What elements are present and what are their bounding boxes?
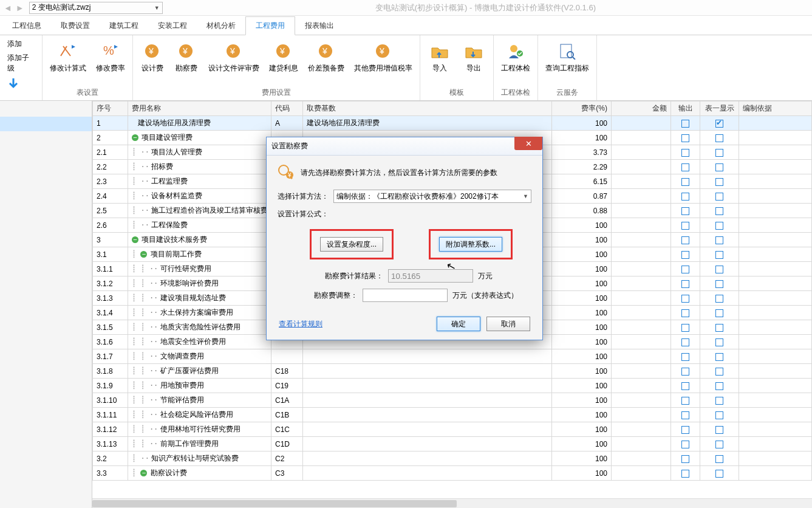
cancel-button[interactable]: 取消 [486, 317, 530, 331]
show-checkbox[interactable] [715, 441, 723, 448]
show-checkbox[interactable] [715, 470, 723, 478]
edit-formula-button[interactable]: 修改计算式 [47, 38, 89, 76]
tab-3[interactable]: 安装工程 [148, 17, 197, 35]
output-checkbox[interactable] [681, 163, 689, 171]
col-header[interactable]: 序号 [93, 101, 128, 116]
fee-btn-3[interactable]: ¥建贷利息 [267, 38, 301, 76]
tab-0[interactable]: 工程信息 [2, 17, 51, 35]
import-button[interactable]: 导入 [425, 38, 454, 76]
close-button[interactable]: ✕ [514, 137, 542, 150]
output-checkbox[interactable] [681, 207, 689, 215]
output-checkbox[interactable] [681, 236, 689, 244]
table-row[interactable]: 3.1.11┊ ┊ ·· 社会稳定风险评估费用C1B100 [93, 408, 812, 422]
show-checkbox[interactable] [715, 222, 723, 230]
view-rules-link[interactable]: 查看计算规则 [279, 319, 322, 329]
back-icon[interactable]: ◄ [4, 3, 12, 13]
col-header[interactable]: 费用名称 [128, 101, 271, 116]
col-header[interactable]: 编制依据 [739, 101, 812, 116]
complexity-button[interactable]: 设置复杂程度... [320, 237, 383, 252]
output-checkbox[interactable] [681, 470, 689, 478]
dialog-title-bar[interactable]: 设置勘察费 ✕ [267, 137, 542, 156]
show-checkbox[interactable] [715, 193, 723, 201]
output-checkbox[interactable] [681, 295, 689, 303]
output-checkbox[interactable] [681, 368, 689, 376]
fee-btn-5[interactable]: ¥其他费用增值税率 [352, 38, 415, 76]
show-checkbox[interactable] [715, 149, 723, 157]
fee-btn-4[interactable]: ¥价差预备费 [305, 38, 347, 76]
add-button[interactable]: 添加 [5, 38, 24, 50]
show-checkbox[interactable] [715, 236, 723, 244]
h-scrollbar[interactable] [92, 498, 812, 508]
output-checkbox[interactable] [681, 266, 689, 273]
output-checkbox[interactable] [681, 280, 689, 288]
output-checkbox[interactable] [681, 455, 689, 463]
tab-5[interactable]: 工程费用 [245, 16, 295, 35]
show-checkbox[interactable] [715, 266, 723, 273]
method-select[interactable]: 编制依据：《工程勘察设计收费标准》2002修订本 ▼ [333, 190, 531, 203]
output-checkbox[interactable] [681, 426, 689, 434]
edit-rate-button[interactable]: %修改费率 [94, 38, 128, 76]
show-checkbox[interactable] [715, 309, 723, 317]
export-button[interactable]: 导出 [459, 38, 488, 76]
forward-icon[interactable]: ► [16, 3, 24, 13]
show-checkbox[interactable] [715, 426, 723, 434]
output-checkbox[interactable] [681, 222, 689, 230]
col-header[interactable]: 取费基数 [303, 101, 552, 116]
show-checkbox[interactable] [715, 207, 723, 215]
show-checkbox[interactable] [715, 280, 723, 288]
table-row[interactable]: 3.1.7┊ ┊ ·· 文物调查费用100 [93, 349, 812, 364]
tab-6[interactable]: 报表输出 [295, 17, 344, 35]
col-header[interactable]: 表一显示 [700, 101, 739, 116]
file-combo[interactable]: 2 变电站测试.zwzj ▼ [29, 2, 163, 14]
adjust-input[interactable] [363, 289, 448, 302]
show-checkbox[interactable] [715, 338, 723, 346]
output-checkbox[interactable] [681, 324, 689, 332]
add-child-button[interactable]: 添加子级 [5, 52, 37, 75]
fee-btn-2[interactable]: ¥设计文件评审费 [206, 38, 262, 76]
output-checkbox[interactable] [681, 397, 689, 405]
show-checkbox[interactable] [715, 382, 723, 390]
output-checkbox[interactable] [681, 353, 689, 361]
show-checkbox[interactable] [715, 295, 723, 303]
table-row[interactable]: 3.2┊ ·· 知识产权转让与研究试验费C2100 [93, 451, 812, 466]
show-checkbox[interactable] [715, 368, 723, 376]
show-checkbox[interactable] [715, 455, 723, 463]
output-checkbox[interactable] [681, 134, 689, 142]
output-checkbox[interactable] [681, 193, 689, 201]
project-check-button[interactable]: 工程体检 [499, 38, 533, 76]
show-checkbox[interactable] [715, 120, 723, 128]
output-checkbox[interactable] [681, 251, 689, 259]
table-row[interactable]: 3.1.10┊ ┊ ·· 节能评估费用C1A100 [93, 393, 812, 408]
table-row[interactable]: 3.1.12┊ ┊ ·· 使用林地可行性研究费用C1C100 [93, 422, 812, 437]
col-header[interactable]: 代码 [271, 101, 303, 116]
adjust-coeff-button[interactable]: 附加调整系数... [439, 237, 502, 252]
tab-4[interactable]: 材机分析 [197, 17, 245, 35]
table-row[interactable]: 1 建设场地征用及清理费A建设场地征用及清理费100 [93, 116, 812, 131]
output-checkbox[interactable] [681, 309, 689, 317]
show-checkbox[interactable] [715, 397, 723, 405]
output-checkbox[interactable] [681, 338, 689, 346]
output-checkbox[interactable] [681, 382, 689, 390]
output-checkbox[interactable] [681, 120, 689, 128]
output-checkbox[interactable] [681, 178, 689, 186]
show-checkbox[interactable] [715, 411, 723, 419]
show-checkbox[interactable] [715, 134, 723, 142]
table-row[interactable]: 3.3┊ − 勘察设计费C3100 [93, 466, 812, 481]
fee-btn-0[interactable]: ¥设计费 [138, 38, 167, 76]
tab-1[interactable]: 取费设置 [51, 17, 100, 35]
output-checkbox[interactable] [681, 411, 689, 419]
col-header[interactable]: 金额 [612, 101, 671, 116]
show-checkbox[interactable] [715, 178, 723, 186]
query-index-button[interactable]: 查询工程指标 [543, 38, 592, 76]
output-checkbox[interactable] [681, 441, 689, 448]
col-header[interactable]: 费率(%) [552, 101, 612, 116]
table-row[interactable]: 3.1.13┊ ┊ ·· 前期工作管理费用C1D100 [93, 437, 812, 451]
show-checkbox[interactable] [715, 163, 723, 171]
show-checkbox[interactable] [715, 251, 723, 259]
output-checkbox[interactable] [681, 149, 689, 157]
table-row[interactable]: 3.1.8┊ ┊ ·· 矿产压覆评估费用C18100 [93, 364, 812, 379]
down-arrow-icon[interactable] [5, 76, 22, 92]
ok-button[interactable]: 确定 [437, 317, 480, 331]
col-header[interactable]: 输出 [671, 101, 700, 116]
fee-btn-1[interactable]: ¥勘察费 [172, 38, 201, 76]
